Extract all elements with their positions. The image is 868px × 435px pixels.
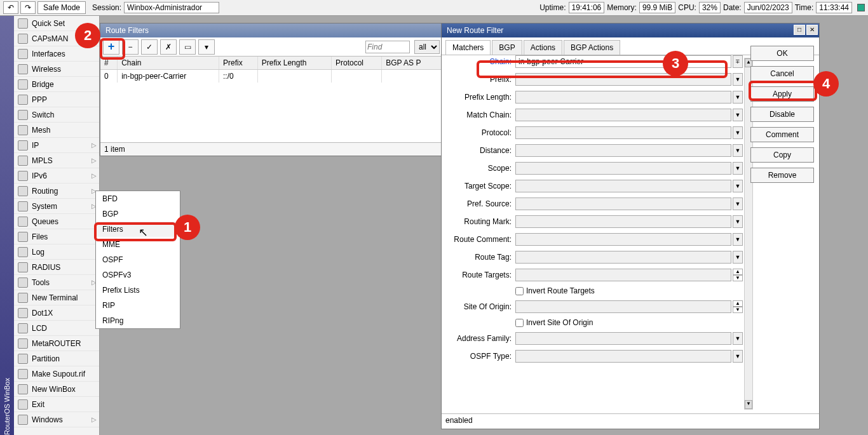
sidebar-item-dot1x[interactable]: Dot1X bbox=[14, 305, 99, 321]
input-scope[interactable] bbox=[515, 162, 731, 175]
input-rmark[interactable] bbox=[515, 215, 731, 228]
filter-icon[interactable]: ▾ bbox=[198, 39, 215, 55]
checkbox-invsoo[interactable] bbox=[515, 319, 524, 327]
submenu-item-bgp[interactable]: BGP bbox=[96, 206, 180, 222]
input-dist[interactable] bbox=[515, 144, 731, 157]
expand-icon[interactable]: ▼ bbox=[733, 197, 743, 210]
sidebar-item-partition[interactable]: Partition bbox=[14, 351, 99, 366]
filter-select[interactable]: all bbox=[414, 40, 440, 54]
column-header[interactable]: Protocol bbox=[332, 57, 382, 70]
table-row[interactable]: 0in-bgp-peer-Carrier::/0 bbox=[100, 70, 442, 83]
sidebar-item-quick-set[interactable]: Quick Set bbox=[14, 16, 99, 31]
new-route-filter-titlebar[interactable]: New Route Filter □ ✕ bbox=[442, 23, 819, 37]
session-input[interactable] bbox=[124, 2, 219, 13]
sidebar-item-new-winbox[interactable]: New WinBox bbox=[14, 382, 99, 397]
sidebar-item-switch[interactable]: Switch bbox=[14, 107, 99, 123]
column-header[interactable]: Chain bbox=[118, 57, 219, 70]
sidebar-item-ip[interactable]: IP▷ bbox=[14, 138, 99, 153]
disable-button-tb[interactable]: ✗ bbox=[160, 39, 177, 55]
sidebar-item-capsman[interactable]: CAPsMAN bbox=[14, 31, 99, 46]
apply-button[interactable]: Apply bbox=[750, 86, 814, 102]
copy-button[interactable]: Copy bbox=[750, 147, 814, 163]
add-button[interactable]: + bbox=[103, 39, 119, 55]
expand-icon[interactable]: ▼ bbox=[733, 215, 743, 228]
sidebar-item-routing[interactable]: Routing▷ bbox=[14, 184, 99, 199]
sidebar-item-files[interactable]: Files bbox=[14, 229, 99, 244]
input-rtargets[interactable] bbox=[515, 269, 731, 281]
expand-icon[interactable]: ▼ bbox=[733, 332, 743, 345]
expand-icon[interactable]: ▼ bbox=[733, 350, 743, 363]
expand-icon[interactable]: ▼ bbox=[733, 162, 743, 175]
sidebar-item-mesh[interactable]: Mesh bbox=[14, 123, 99, 138]
sidebar-item-windows[interactable]: Windows▷ bbox=[14, 412, 99, 427]
undo-button[interactable]: ↶ bbox=[3, 1, 18, 14]
submenu-item-filters[interactable]: Filters bbox=[96, 222, 180, 237]
submenu-item-bfd[interactable]: BFD bbox=[96, 191, 180, 206]
maximize-button[interactable]: □ bbox=[794, 25, 805, 35]
input-chain[interactable] bbox=[515, 55, 731, 68]
sidebar-item-interfaces[interactable]: Interfaces bbox=[14, 46, 99, 62]
input-mchain[interactable] bbox=[515, 109, 731, 121]
redo-button[interactable]: ↷ bbox=[20, 1, 36, 14]
checkbox-invrt[interactable] bbox=[515, 287, 524, 295]
input-otype[interactable] bbox=[515, 350, 731, 363]
comment-button-tb[interactable]: ▭ bbox=[179, 39, 196, 55]
expand-icon[interactable]: ▼ bbox=[733, 109, 743, 121]
tab-bgp-actions[interactable]: BGP Actions bbox=[564, 40, 620, 55]
step-up-icon[interactable]: ▲ bbox=[733, 300, 743, 307]
step-down-icon[interactable]: ▼ bbox=[733, 307, 743, 313]
route-filters-titlebar[interactable]: Route Filters bbox=[100, 23, 442, 37]
input-prefix[interactable] bbox=[515, 73, 731, 86]
expand-icon[interactable]: ▼ bbox=[733, 251, 743, 264]
sidebar-item-wireless[interactable]: Wireless bbox=[14, 62, 99, 77]
input-soo[interactable] bbox=[515, 300, 731, 313]
sidebar-item-bridge[interactable]: Bridge bbox=[14, 77, 99, 92]
sidebar-item-ppp[interactable]: PPP bbox=[14, 92, 99, 107]
submenu-item-ospf[interactable]: OSPF bbox=[96, 252, 180, 267]
find-input[interactable] bbox=[365, 41, 410, 53]
sidebar-item-lcd[interactable]: LCD bbox=[14, 321, 99, 336]
tab-matchers[interactable]: Matchers bbox=[445, 40, 491, 55]
submenu-item-rip[interactable]: RIP bbox=[96, 298, 180, 313]
step-up-icon[interactable]: ▲ bbox=[733, 269, 743, 275]
disable-button[interactable]: Disable bbox=[750, 107, 814, 122]
expand-icon[interactable]: ▼ bbox=[733, 144, 743, 157]
remove-button[interactable]: − bbox=[122, 39, 139, 55]
scroll-down-icon[interactable]: ▼ bbox=[745, 400, 752, 409]
sidebar-item-log[interactable]: Log bbox=[14, 244, 99, 260]
input-rtag[interactable] bbox=[515, 251, 731, 264]
column-header[interactable]: Prefix bbox=[219, 57, 258, 70]
safe-mode-button[interactable]: Safe Mode bbox=[37, 1, 86, 14]
cancel-button[interactable]: Cancel bbox=[750, 66, 814, 81]
sidebar-item-new-terminal[interactable]: New Terminal bbox=[14, 290, 99, 305]
step-down-icon[interactable]: ▼ bbox=[733, 275, 743, 281]
sidebar-item-mpls[interactable]: MPLS▷ bbox=[14, 153, 99, 168]
sidebar-item-exit[interactable]: Exit bbox=[14, 397, 99, 412]
column-header[interactable]: BGP AS P bbox=[382, 57, 442, 70]
input-rcomm[interactable] bbox=[515, 233, 731, 246]
column-header[interactable]: # bbox=[100, 57, 118, 70]
expand-icon[interactable]: ▼ bbox=[733, 91, 743, 104]
expand-icon[interactable]: ▼ bbox=[733, 126, 743, 139]
submenu-item-mme[interactable]: MME bbox=[96, 237, 180, 252]
input-proto[interactable] bbox=[515, 126, 731, 139]
ok-button[interactable]: OK bbox=[750, 46, 814, 61]
submenu-item-ripng[interactable]: RIPng bbox=[96, 313, 180, 328]
submenu-item-ospfv3[interactable]: OSPFv3 bbox=[96, 267, 180, 283]
input-afam[interactable] bbox=[515, 332, 731, 345]
sidebar-item-make-supout-rif[interactable]: Make Supout.rif bbox=[14, 366, 99, 382]
expand-icon[interactable]: ▼ bbox=[733, 73, 743, 86]
sidebar-item-system[interactable]: System▷ bbox=[14, 199, 99, 214]
dropdown-toggle-icon[interactable]: ∓ bbox=[733, 55, 743, 68]
input-tscope[interactable] bbox=[515, 180, 731, 192]
remove-button[interactable]: Remove bbox=[750, 168, 814, 183]
expand-icon[interactable]: ▼ bbox=[733, 233, 743, 246]
tab-actions[interactable]: Actions bbox=[524, 40, 562, 55]
sidebar-item-ipv6[interactable]: IPv6▷ bbox=[14, 168, 99, 184]
tab-bgp[interactable]: BGP bbox=[492, 40, 522, 55]
comment-button[interactable]: Comment bbox=[750, 127, 814, 142]
input-psrc[interactable] bbox=[515, 197, 731, 210]
sidebar-item-metarouter[interactable]: MetaROUTER bbox=[14, 336, 99, 351]
close-button[interactable]: ✕ bbox=[806, 25, 818, 35]
expand-icon[interactable]: ▼ bbox=[733, 180, 743, 192]
